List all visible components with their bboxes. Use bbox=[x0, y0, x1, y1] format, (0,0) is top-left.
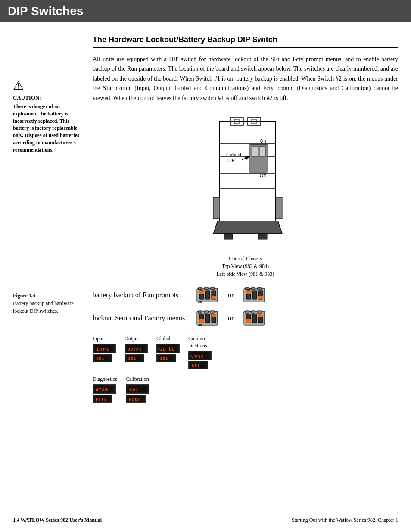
dip-icon-battery-2: N 1 2 bbox=[243, 286, 265, 304]
sidebar: ⚠ CAUTION: There is danger of an explosi… bbox=[13, 35, 88, 412]
figure-label: Figure 1.4 - bbox=[13, 292, 38, 299]
menu-row-1: Input InPt SEt bbox=[93, 336, 398, 370]
svg-text:dIAG: dIAG bbox=[96, 387, 108, 392]
caption-line1: Control Chassis bbox=[229, 255, 262, 261]
svg-rect-30 bbox=[212, 296, 216, 299]
svg-rect-19 bbox=[276, 197, 282, 219]
svg-rect-61 bbox=[246, 319, 251, 323]
svg-text:InPt: InPt bbox=[96, 346, 109, 352]
svg-rect-56 bbox=[252, 311, 255, 313]
caution-text: There is danger of an explosion if the b… bbox=[13, 103, 80, 154]
display-input-1: InPt bbox=[93, 344, 116, 353]
menu-col-diag-label: Diagnostics bbox=[93, 376, 117, 383]
display-diag-2: FctY bbox=[93, 395, 112, 403]
figure-description: Battery backup and hardware lockout DIP … bbox=[13, 300, 74, 314]
section-title: The Hardware Lockout/Battery Backup DIP … bbox=[93, 35, 398, 48]
display-cal-1: CAL bbox=[126, 384, 149, 394]
svg-text:N 1 2: N 1 2 bbox=[245, 311, 251, 314]
display-output-1: OUtPt bbox=[125, 344, 148, 353]
dip-row-lockout-label: lockout Setup and Factory menus bbox=[93, 314, 196, 322]
svg-text:DIP: DIP bbox=[227, 158, 235, 163]
menu-col-output-label: Output bbox=[125, 336, 139, 342]
svg-text:Comm: Comm bbox=[191, 354, 204, 359]
or-text-2: or bbox=[228, 314, 234, 322]
svg-rect-48 bbox=[206, 314, 210, 323]
board-svg: On Off Lockout DIP bbox=[194, 113, 297, 251]
display-cal-2: FctY bbox=[126, 395, 146, 403]
svg-rect-20 bbox=[224, 234, 233, 239]
figure-caption: Figure 1.4 - Battery backup and hardware… bbox=[13, 292, 80, 315]
svg-text:On: On bbox=[198, 324, 202, 327]
svg-text:FctY: FctY bbox=[96, 397, 107, 401]
dip-icons-lockout: On 1 2 or N 1 2 bbox=[196, 310, 265, 327]
svg-rect-40 bbox=[246, 291, 251, 294]
footer-right: Starting Out with the Watlow Series 982,… bbox=[292, 517, 398, 523]
svg-rect-0 bbox=[220, 122, 276, 234]
svg-rect-38 bbox=[252, 291, 257, 299]
menu-displays: Input InPt SEt bbox=[93, 336, 398, 404]
menu-row-2: Diagnostics dIAG FctY bbox=[93, 376, 398, 404]
page-header: DIP Switches bbox=[0, 0, 411, 22]
svg-rect-46 bbox=[211, 311, 214, 313]
or-text-1: or bbox=[228, 291, 234, 299]
caution-icon: ⚠ bbox=[13, 78, 80, 93]
menu-col-output: Output OUtPt SEt bbox=[125, 336, 148, 363]
display-global-1: GL bL bbox=[156, 344, 180, 353]
svg-rect-21 bbox=[258, 234, 267, 239]
svg-text:1 2: 1 2 bbox=[198, 311, 202, 314]
footer-left: 1.4 WATLOW Series 982 User's Manual bbox=[13, 517, 102, 523]
svg-rect-59 bbox=[252, 314, 257, 323]
dip-icons-battery: On 1 2 or N 1 2 bbox=[196, 286, 265, 304]
svg-rect-10 bbox=[252, 147, 258, 156]
svg-rect-45 bbox=[205, 311, 208, 313]
display-output-2: SEt bbox=[125, 354, 144, 362]
svg-rect-35 bbox=[252, 287, 255, 290]
page-title: DIP Switches bbox=[8, 4, 403, 18]
svg-text:CAL: CAL bbox=[129, 387, 139, 392]
svg-text:SEt: SEt bbox=[96, 356, 105, 361]
display-comms-2: SEt bbox=[188, 361, 208, 369]
caution-title: CAUTION: bbox=[13, 94, 80, 101]
display-input-2: SEt bbox=[93, 354, 112, 362]
menu-col-input: Input InPt SEt bbox=[93, 336, 116, 363]
svg-rect-27 bbox=[206, 291, 210, 299]
svg-text:Lockout: Lockout bbox=[226, 152, 241, 157]
diagram-caption: Control Chassis Top View (982 & 984) Lef… bbox=[217, 255, 274, 278]
svg-text:FctY: FctY bbox=[129, 397, 140, 401]
dip-icon-lockout-2: N 1 2 bbox=[243, 310, 265, 327]
svg-text:SEt: SEt bbox=[160, 356, 168, 361]
svg-rect-41 bbox=[258, 296, 263, 299]
menu-col-input-label: Input bbox=[93, 336, 103, 342]
svg-rect-57 bbox=[258, 311, 261, 313]
menu-col-cal-label: Calibration bbox=[126, 376, 149, 383]
svg-text:On: On bbox=[198, 300, 202, 303]
page-footer: 1.4 WATLOW Series 982 User's Manual Star… bbox=[0, 513, 411, 523]
menu-col-calibration: Calibration CAL FctY bbox=[126, 376, 149, 404]
display-diag-1: dIAG bbox=[93, 384, 116, 394]
main-content: The Hardware Lockout/Battery Backup DIP … bbox=[88, 35, 398, 412]
dip-icon-battery-1: On 1 2 bbox=[196, 286, 218, 304]
svg-rect-36 bbox=[258, 287, 261, 290]
caption-line2: Top View (982 & 984) bbox=[222, 263, 269, 269]
dip-icon-lockout-1: On 1 2 bbox=[196, 310, 218, 327]
menu-col-global-label: Global bbox=[156, 336, 171, 342]
caution-block: ⚠ CAUTION: There is danger of an explosi… bbox=[13, 78, 80, 154]
board-diagram: On Off Lockout DIP bbox=[93, 113, 398, 278]
svg-text:1 2: 1 2 bbox=[198, 288, 202, 290]
menu-col-global: Global GL bL SEt bbox=[156, 336, 180, 363]
svg-text:On: On bbox=[259, 138, 266, 143]
svg-rect-29 bbox=[199, 291, 204, 294]
svg-text:SEt: SEt bbox=[128, 356, 137, 361]
svg-rect-11 bbox=[259, 147, 265, 156]
dip-row-battery-label: battery backup of Run prompts bbox=[93, 291, 196, 299]
svg-rect-24 bbox=[205, 287, 208, 290]
dip-row-lockout: lockout Setup and Factory menus On 1 2 bbox=[93, 310, 398, 327]
svg-rect-25 bbox=[211, 287, 214, 290]
svg-line-16 bbox=[242, 156, 249, 160]
svg-marker-17 bbox=[213, 221, 282, 234]
display-global-2: SEt bbox=[156, 354, 176, 362]
svg-text:SEt: SEt bbox=[192, 363, 200, 368]
svg-text:N 1 2: N 1 2 bbox=[245, 288, 251, 290]
section-body: All units are equipped with a DIP switch… bbox=[93, 55, 398, 103]
menu-col-comms: Commu-nications Comm SEt bbox=[188, 336, 212, 370]
